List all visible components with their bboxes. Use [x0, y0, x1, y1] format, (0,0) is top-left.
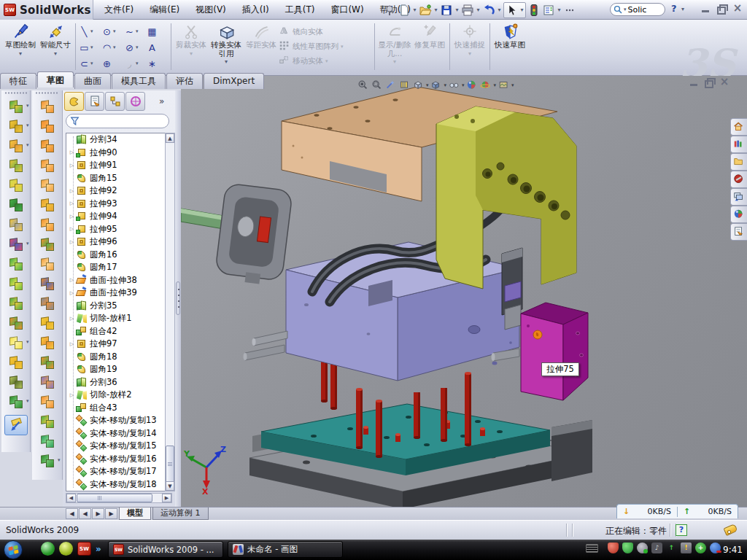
last-icon[interactable]: ▶ [105, 508, 117, 519]
surface-delete-hole-icon[interactable] [39, 314, 56, 332]
design-library-tab[interactable] [730, 136, 747, 153]
upload-arrow-icon[interactable]: ↑ [666, 542, 677, 553]
select-cursor-icon[interactable] [504, 3, 519, 18]
plane-icon[interactable] [7, 354, 25, 371]
splitter-handle[interactable] [176, 281, 180, 315]
scene-icon[interactable] [479, 79, 493, 92]
point-cell[interactable]: ∗ [146, 55, 169, 71]
panel-splitter[interactable] [175, 90, 181, 507]
axis-icon[interactable] [7, 373, 25, 391]
tree-filter-input[interactable] [66, 114, 169, 128]
expand-arrow-icon[interactable]: ▷ [68, 226, 76, 232]
graphics-viewport[interactable] [181, 76, 747, 507]
spline-icon[interactable]: ~ [123, 26, 136, 37]
tree-item-拉伸92[interactable]: ▷拉伸92 [66, 184, 171, 198]
expand-arrow-icon[interactable]: ▷ [68, 290, 76, 296]
antivirus-shield-icon[interactable] [608, 542, 619, 553]
print-icon[interactable] [460, 3, 475, 18]
save-icon[interactable] [439, 3, 454, 18]
dropdown-icon[interactable]: ▾ [411, 7, 418, 13]
polygon-cell[interactable]: ⊕ [101, 55, 123, 71]
guard-shield-icon[interactable] [622, 542, 633, 553]
tree-vertical-scrollbar[interactable]: ▲ ▼ [165, 133, 175, 491]
scroll-left-icon[interactable]: ◀ [66, 494, 76, 502]
tree-item-拉伸95[interactable]: ▷拉伸95 [66, 223, 171, 236]
ellipse-icon[interactable]: ⊘ [123, 42, 136, 53]
rectangle-icon[interactable]: ▭ [78, 42, 90, 53]
scroll-thumb[interactable] [166, 446, 174, 483]
tree-item-曲面-拉伸39[interactable]: ▷曲面-拉伸39 [66, 287, 171, 300]
quick-tips-button[interactable]: ? [676, 524, 687, 536]
split-icon[interactable] [7, 255, 25, 273]
dropdown-icon[interactable]: ▾ [454, 7, 460, 13]
surface-boundary-icon[interactable] [39, 176, 56, 194]
surface-extrude-icon[interactable] [39, 98, 56, 115]
tab-特征[interactable]: 特征 [0, 73, 36, 89]
view-settings-icon[interactable] [497, 79, 511, 92]
tree-item-组合42[interactable]: 组合42 [66, 325, 171, 338]
scroll-right-icon[interactable]: ▶ [162, 494, 171, 502]
expand-arrow-icon[interactable]: ▷ [68, 392, 76, 398]
view-orientation-icon[interactable] [411, 79, 425, 92]
scroll-down-icon[interactable]: ▼ [166, 481, 174, 491]
doc-minimize-button[interactable] [689, 78, 699, 87]
volume-icon[interactable]: ♪ [651, 542, 662, 553]
section-view-icon[interactable] [398, 79, 411, 92]
tree-item-实体-移动/复制17[interactable]: 实体-移动/复制17 [66, 465, 171, 478]
tree-item-拉伸94[interactable]: ▷拉伸94 [66, 210, 171, 223]
hole-wizard-icon[interactable] [7, 216, 25, 233]
toolbar-drag-handle[interactable] [35, 92, 59, 94]
tree-item-圆角16[interactable]: 圆角16 [66, 249, 171, 262]
cmd-rapid-sketch-button[interactable]: 快速草图 [492, 22, 527, 50]
circle-cell[interactable]: ⊙▾ [101, 23, 123, 39]
tree-item-拉伸96[interactable]: ▷拉伸96 [66, 236, 171, 249]
dropdown-icon[interactable]: ▾ [494, 82, 497, 88]
surface-offset-icon[interactable] [39, 196, 56, 214]
zoom-area-icon[interactable] [370, 79, 384, 92]
sync-blocked-icon[interactable] [710, 542, 721, 553]
expand-arrow-icon[interactable]: ▷ [68, 341, 76, 347]
help-dropdown-icon[interactable]: ▾ [681, 6, 684, 12]
slot-icon[interactable]: ⊂ [78, 58, 90, 69]
messenger-icon[interactable] [41, 542, 55, 556]
tab-评估[interactable]: 评估 [166, 73, 203, 89]
home-tab[interactable] [730, 118, 747, 136]
game-sphere-icon[interactable] [59, 542, 73, 556]
tree-item-切除-放样1[interactable]: ▷切除-放样1 [66, 312, 171, 325]
next-icon[interactable]: ▶ [92, 508, 104, 519]
minimize-button[interactable] [700, 4, 711, 13]
expand-arrow-icon[interactable]: ▷ [68, 239, 76, 245]
tab-草图[interactable]: 草图 [37, 71, 74, 88]
dropdown-icon[interactable]: ▾ [19, 50, 22, 57]
scroll-thumb[interactable] [77, 494, 152, 502]
first-icon[interactable]: ◀ [66, 508, 78, 519]
expand-arrow-icon[interactable]: ▷ [68, 149, 76, 155]
rectangle-cell[interactable]: ▭▾ [78, 39, 101, 55]
restore-button[interactable] [716, 4, 727, 13]
tab-DimXpert[interactable]: DimXpert [204, 73, 264, 89]
taskbar-button-未命名 - 画图[interactable]: 未命名 - 画图 [228, 541, 343, 558]
expand-arrow-icon[interactable]: ▷ [68, 316, 76, 322]
custom-properties-tab[interactable] [730, 223, 747, 241]
ellipse-cell[interactable]: ⊘▾ [123, 39, 146, 55]
surface-planar-icon[interactable] [39, 255, 56, 273]
display-style-icon[interactable] [430, 79, 444, 92]
surface-untrim-icon[interactable] [39, 295, 56, 312]
expand-arrow-icon[interactable]: ▷ [68, 188, 76, 194]
rebuild-traffic-icon[interactable] [527, 3, 541, 18]
sketch-text-cell[interactable]: A [146, 39, 169, 55]
dropdown-icon[interactable]: ▾ [136, 61, 139, 66]
dropdown-icon[interactable]: ▾ [90, 61, 93, 66]
undo-icon[interactable] [481, 3, 496, 18]
circle-icon[interactable]: ⊙ [101, 26, 113, 37]
search-dropdown-icon[interactable]: ▾ [624, 7, 627, 12]
sketch-text-icon[interactable]: A [146, 42, 158, 53]
surface-ruled-icon[interactable] [39, 334, 56, 351]
dropdown-icon[interactable]: ▾ [113, 28, 116, 34]
health-shield-icon[interactable]: + [695, 542, 706, 553]
sketch-fillet-icon[interactable]: ◞ [123, 58, 136, 69]
dropdown-icon[interactable]: ▾ [136, 28, 139, 34]
dropdown-icon[interactable]: ▾ [426, 82, 429, 88]
surface-flatten-icon[interactable] [39, 373, 56, 391]
dropdown-icon[interactable]: ▾ [54, 50, 57, 57]
